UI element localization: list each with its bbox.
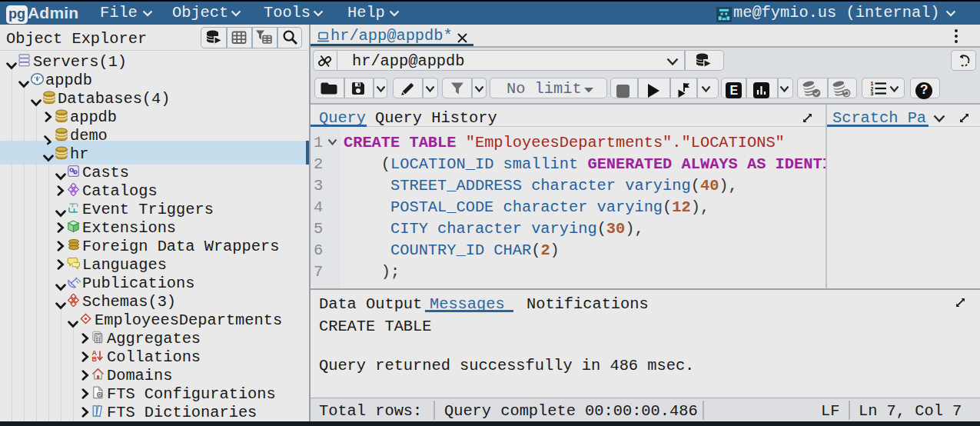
svg-text:3: 3 <box>871 92 874 95</box>
svg-text:B: B <box>92 355 98 362</box>
